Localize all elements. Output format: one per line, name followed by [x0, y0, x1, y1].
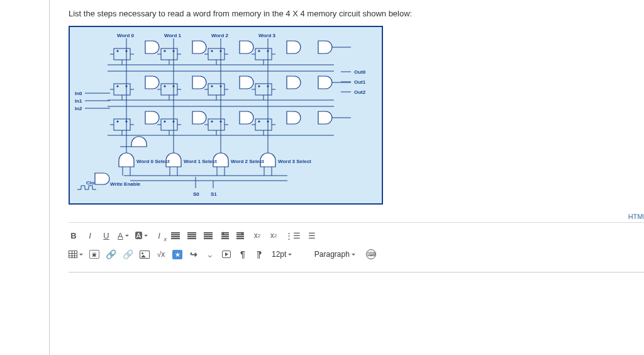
font-color-button[interactable]: A [118, 230, 129, 241]
bullet-list-button[interactable]: ⋮☰ [285, 230, 301, 241]
bold-button[interactable]: B [69, 230, 79, 241]
clear-format-button[interactable]: Ix [154, 230, 164, 241]
align-left-icon [171, 232, 180, 239]
table-icon [69, 251, 77, 258]
media-icon: ★ [172, 250, 182, 259]
align-right-button[interactable] [203, 230, 213, 241]
svg-point-7 [211, 50, 213, 52]
diagram-label-word2: Word 2 [211, 33, 229, 38]
diagram-label-word1: Word 1 [164, 33, 182, 38]
html-editor-label-text: HTML Editor [628, 213, 644, 220]
rich-text-editor[interactable] [69, 272, 644, 303]
svg-point-19 [211, 85, 213, 87]
diagram-label-out1: Out1 [354, 79, 366, 85]
svg-rect-24 [114, 119, 130, 130]
svg-point-13 [116, 85, 118, 87]
diagram-label-write-enable: Write Enable [110, 181, 141, 187]
embed-button[interactable]: ▣ [89, 249, 99, 260]
diagram-label-s1: S1 [211, 191, 217, 197]
svg-point-28 [164, 120, 165, 122]
font-size-select[interactable]: 12pt [270, 249, 293, 260]
svg-point-1 [116, 50, 118, 52]
outdent-button[interactable] [219, 230, 230, 241]
image-button[interactable] [140, 249, 150, 260]
diagram-label-out2: Out2 [354, 89, 366, 95]
svg-point-4 [164, 50, 165, 52]
diagram-label-word0: Word 0 [117, 33, 135, 38]
video-button[interactable] [221, 249, 231, 260]
play-icon [222, 251, 231, 258]
memory-circuit-diagram: Word 0 Word 1 Word 2 Word 3 [69, 26, 383, 205]
diagram-label-word3: Word 3 [258, 33, 276, 38]
keyboard-button[interactable]: ⌨ [366, 249, 376, 260]
diagram-label-sel1: Word 1 Select [184, 159, 217, 164]
rtl-button[interactable]: ¶ [254, 249, 264, 260]
svg-rect-15 [161, 84, 177, 95]
keyboard-icon: ⌨ [366, 249, 376, 259]
equation-button[interactable]: √x [156, 249, 166, 260]
svg-rect-30 [208, 119, 225, 130]
svg-point-34 [258, 120, 260, 122]
svg-rect-9 [255, 48, 272, 60]
diagram-label-out0: Out0 [354, 69, 366, 75]
highlight-button[interactable]: A [135, 230, 148, 241]
insert-media-button[interactable]: ★ [172, 249, 182, 260]
html-editor-toggle[interactable]: HTML Editor [628, 213, 644, 220]
redo-button[interactable]: ↪ [189, 249, 199, 260]
superscript-button[interactable]: x2 [252, 230, 262, 241]
diagram-label-s0: S0 [193, 191, 199, 197]
number-list-button[interactable]: ☰ [307, 230, 317, 241]
underline-button[interactable]: U [101, 230, 111, 241]
ltr-button[interactable]: ¶ [238, 249, 248, 260]
expand-button[interactable]: ⌄ [205, 249, 215, 260]
svg-rect-33 [255, 119, 272, 130]
paragraph-select[interactable]: Paragraph [309, 249, 360, 260]
diagram-label-in1: In1 [75, 98, 82, 104]
align-right-icon [204, 232, 213, 239]
svg-rect-6 [208, 48, 225, 60]
svg-point-10 [258, 50, 260, 52]
align-left-button[interactable] [170, 230, 180, 241]
italic-button[interactable]: I [85, 230, 95, 241]
diagram-label-sel3: Word 3 Select [278, 159, 311, 164]
diagram-label-sel0: Word 0 Select [136, 159, 170, 164]
subscript-button[interactable]: x2 [269, 230, 279, 241]
align-center-button[interactable] [187, 230, 197, 241]
svg-rect-27 [161, 119, 177, 130]
svg-rect-21 [255, 84, 272, 95]
unlink-button[interactable]: 🔗 [123, 249, 133, 260]
align-center-icon [187, 232, 196, 239]
editor-toolbar: B I U A A Ix x2 x2 ⋮☰ ☰ ▣ 🔗 🔗 [69, 222, 644, 268]
image-icon [140, 251, 150, 259]
svg-point-31 [211, 120, 213, 122]
outdent-icon [220, 232, 229, 239]
diagram-label-in0: In0 [75, 91, 82, 96]
question-text: List the steps necessary to read a word … [69, 9, 644, 18]
indent-icon [236, 232, 245, 239]
diagram-label-sel2: Word 2 Select [231, 159, 264, 164]
diagram-label-in2: In2 [75, 106, 82, 111]
svg-rect-12 [114, 84, 130, 95]
svg-rect-18 [208, 84, 225, 95]
indent-button[interactable] [236, 230, 246, 241]
highlight-icon: A [135, 232, 142, 239]
svg-rect-0 [114, 48, 130, 60]
svg-point-16 [164, 85, 165, 87]
link-button[interactable]: 🔗 [106, 249, 116, 260]
svg-rect-3 [161, 48, 177, 60]
svg-point-25 [116, 120, 118, 122]
table-button[interactable] [69, 249, 83, 260]
embed-icon: ▣ [89, 250, 99, 259]
svg-point-22 [258, 85, 260, 87]
